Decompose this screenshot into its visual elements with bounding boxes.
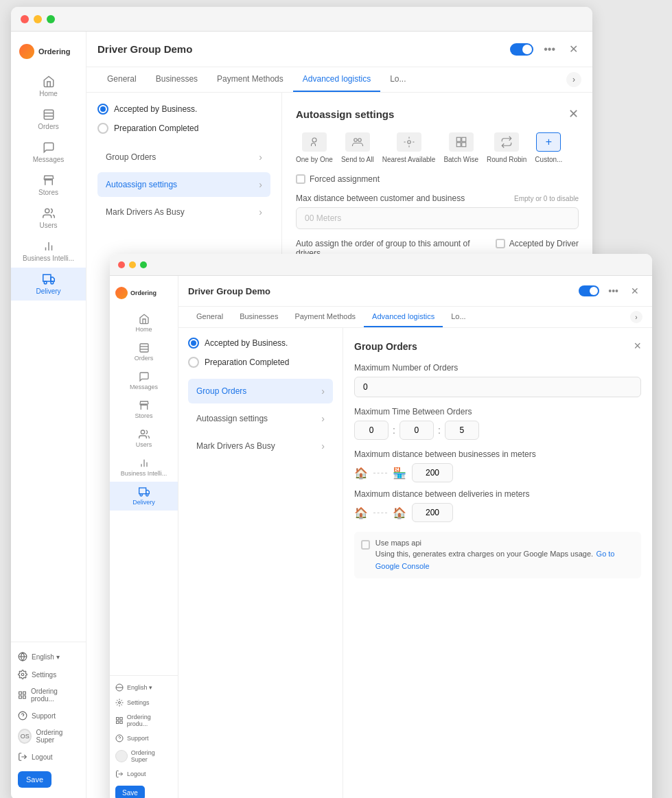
front-radio-prep[interactable]: Preparation Completed (188, 357, 333, 368)
front-settings[interactable]: Settings (110, 695, 178, 710)
sidebar-item-bi-1[interactable]: Business Intelli... (11, 235, 86, 268)
sidebar-english-1[interactable]: English ▾ (11, 648, 86, 666)
front-sidebar-orders[interactable]: Orders (110, 338, 178, 366)
front-tab-advanced[interactable]: Advanced logistics (364, 307, 443, 327)
front-sidebar-delivery[interactable]: Delivery (110, 482, 178, 511)
forced-assignment-checkbox[interactable]: Forced assignment (296, 174, 380, 184)
tab-general-1[interactable]: General (97, 67, 146, 92)
toggle-switch-1[interactable] (510, 43, 533, 56)
tab-payment-1[interactable]: Payment Methods (207, 67, 293, 92)
front-tabs-arrow[interactable]: › (630, 311, 642, 323)
sidebar-item-messages-1[interactable]: Messages (11, 136, 86, 169)
front-menu-drivers-busy[interactable]: Mark Drivers As Busy › (188, 434, 333, 458)
front-sidebar-users[interactable]: Users (110, 424, 178, 453)
front-logout[interactable]: Logout (110, 766, 178, 782)
front-sidebar-messages[interactable]: Messages (110, 366, 178, 395)
front-sidebar-bi[interactable]: Business Intelli... (110, 453, 178, 482)
max-distance-input[interactable] (296, 207, 579, 229)
sidebar-item-users-1[interactable]: Users (11, 202, 86, 235)
accepted-by-driver-checkbox[interactable]: Accepted by Driver (496, 239, 579, 248)
assign-send-all[interactable]: Send to All (341, 132, 374, 163)
tl-red-1[interactable] (21, 15, 29, 23)
front-tab-payment[interactable]: Payment Methods (286, 307, 364, 327)
front-save-button[interactable]: Save (115, 786, 145, 798)
delivery-icon-1 (43, 273, 55, 285)
front-more-button[interactable]: ••• (605, 284, 622, 298)
svg-rect-29 (140, 344, 148, 352)
tl-green-1[interactable] (47, 15, 55, 23)
front-menu-autoassign[interactable]: Autoassign settings › (188, 406, 333, 431)
close-autoassign-btn[interactable]: ✕ (568, 106, 579, 121)
max-orders-label: Maximum Number of Orders (354, 363, 641, 373)
dist-businesses-input[interactable] (412, 463, 453, 482)
radio-accepted-1[interactable]: Accepted by Business. (97, 104, 270, 115)
menu-drivers-busy-1[interactable]: Mark Drivers As Busy › (97, 200, 270, 224)
front-toggle-switch[interactable] (579, 285, 599, 296)
sidebar-item-label-delivery-1: Delivery (36, 287, 60, 295)
svg-rect-17 (19, 696, 22, 699)
use-maps-description: Using this, generates extra charges on y… (375, 550, 593, 558)
assign-round-robin[interactable]: Round Robin (487, 132, 526, 163)
radio-prep-1[interactable]: Preparation Completed (97, 123, 270, 134)
front-super[interactable]: Ordering Super (110, 746, 178, 766)
sidebar-support-label-1: Support (32, 712, 56, 720)
max-orders-input[interactable] (354, 377, 641, 397)
front-tl-yellow[interactable] (129, 261, 136, 268)
close-panel-button-1[interactable]: ✕ (566, 41, 581, 57)
more-menu-button-1[interactable]: ••• (540, 42, 559, 57)
sidebar-settings-1[interactable]: Settings (11, 666, 86, 683)
chevron-right-1: › (259, 152, 262, 163)
tab-advanced-logistics-1[interactable]: Advanced logistics (293, 67, 380, 92)
forced-assignment-row: Forced assignment (296, 174, 579, 184)
house-icon-biz-1: 🏠 (354, 467, 368, 480)
front-brand-icon (115, 287, 128, 299)
sidebar-item-stores-1[interactable]: Stores (11, 169, 86, 202)
front-sidebar-stores[interactable]: Stores (110, 395, 178, 424)
front-tab-general[interactable]: General (188, 307, 231, 327)
use-maps-checkbox[interactable] (361, 540, 370, 550)
sidebar-products-1[interactable]: Ordering produ... (11, 683, 86, 707)
front-products[interactable]: Ordering produ... (110, 710, 178, 731)
forced-assignment-box[interactable] (296, 174, 305, 184)
front-sidebar-home[interactable]: Home (110, 309, 178, 338)
tl-yellow-1[interactable] (34, 15, 42, 23)
front-tl-red[interactable] (118, 261, 125, 268)
sidebar-item-orders-1[interactable]: Orders (11, 103, 86, 136)
front-chevron-2: › (321, 413, 325, 424)
tabs-next-arrow-1[interactable]: › (566, 72, 581, 87)
front-tl-green[interactable] (140, 261, 147, 268)
tab-businesses-1[interactable]: Businesses (146, 67, 207, 92)
round-robin-icon (494, 132, 519, 152)
svg-rect-0 (44, 110, 54, 119)
front-close-button[interactable]: ✕ (627, 284, 642, 298)
close-group-orders-btn[interactable]: × (634, 339, 641, 353)
front-tab-lo[interactable]: Lo... (443, 307, 474, 327)
sidebar-logout-1[interactable]: Logout (11, 748, 86, 766)
front-tab-businesses[interactable]: Businesses (231, 307, 286, 327)
assign-one-by-one[interactable]: One by One (296, 132, 333, 163)
save-button-1[interactable]: Save (18, 771, 51, 788)
dist-deliveries-input[interactable] (412, 503, 453, 522)
assign-nearest[interactable]: Nearest Available (382, 132, 436, 163)
sidebar-item-home-1[interactable]: Home (11, 70, 86, 103)
assign-batch[interactable]: Batch Wise (443, 132, 478, 163)
svg-rect-16 (23, 696, 26, 699)
assign-custom[interactable]: + Custon... (535, 132, 562, 163)
max-dist-deliveries-label: Maximum distance between deliveries in m… (354, 489, 641, 499)
time-input-hours[interactable] (354, 421, 389, 440)
front-radio-accepted[interactable]: Accepted by Business. (188, 338, 333, 349)
sidebar-ordering-super-1[interactable]: OS Ordering Super (11, 725, 86, 748)
chevron-right-2: › (259, 179, 262, 190)
sidebar-item-delivery-1[interactable]: Delivery (11, 268, 86, 301)
menu-autoassign-1[interactable]: Autoassign settings › (97, 172, 270, 197)
menu-group-orders-1[interactable]: Group Orders › (97, 145, 270, 169)
sidebar-1: Ordering Home Orders (11, 32, 86, 798)
time-input-seconds[interactable] (445, 421, 479, 440)
front-support[interactable]: Support (110, 731, 178, 746)
accepted-by-driver-box[interactable] (496, 239, 505, 248)
time-input-minutes[interactable] (399, 421, 434, 440)
front-menu-group-orders[interactable]: Group Orders › (188, 379, 333, 403)
sidebar-support-1[interactable]: Support (11, 707, 86, 725)
tab-lo-1[interactable]: Lo... (380, 67, 415, 92)
front-english[interactable]: English ▾ (110, 680, 178, 695)
